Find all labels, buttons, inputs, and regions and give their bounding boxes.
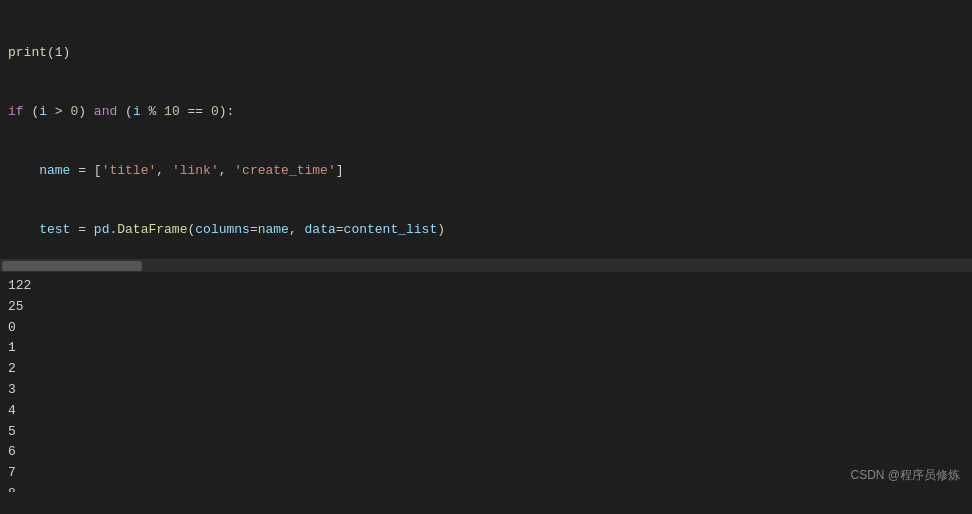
output-line-3: 3: [8, 382, 16, 397]
output-line-5: 5: [8, 424, 16, 439]
output-line-25: 25: [8, 299, 24, 314]
code-content: print(1) if (i > 0) and (i % 10 == 0): n…: [0, 0, 972, 260]
output-line-4: 4: [8, 403, 16, 418]
output-line-6: 6: [8, 444, 16, 459]
output-line-122: 122: [8, 278, 31, 293]
output-line-1: 1: [8, 340, 16, 355]
output-line-2: 2: [8, 361, 16, 376]
code-editor[interactable]: print(1) if (i > 0) and (i % 10 == 0): n…: [0, 0, 972, 260]
scrollbar-thumb[interactable]: [2, 261, 142, 271]
output-line-8: 8: [8, 486, 16, 492]
output-line-7: 7: [8, 465, 16, 480]
watermark: CSDN @程序员修炼: [850, 467, 960, 484]
output-console: 122 25 0 1 2 3 4 5 6 7 8 9 10 第10次保存成功 C…: [0, 272, 972, 492]
horizontal-scrollbar[interactable]: [0, 260, 972, 272]
output-line-0: 0: [8, 320, 16, 335]
